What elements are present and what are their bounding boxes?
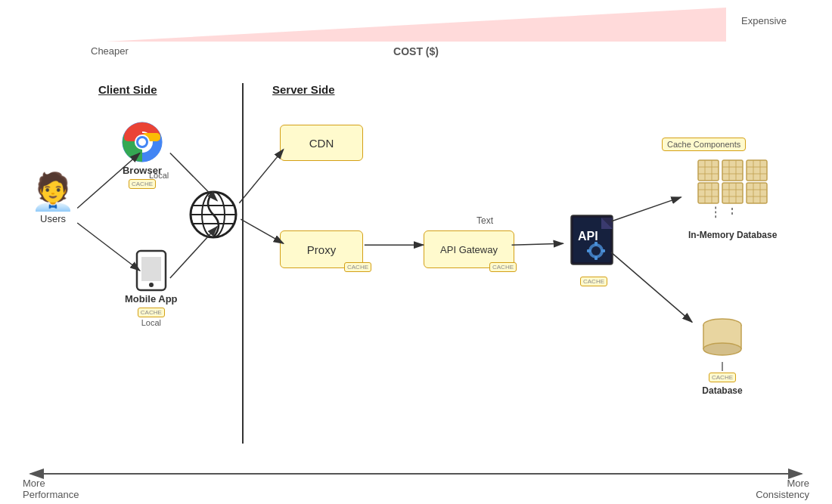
cdn-box: CDN	[280, 125, 363, 161]
browser-local-label: Local	[149, 171, 169, 180]
svg-marker-0	[106, 8, 726, 42]
users-label: Users	[40, 213, 66, 224]
svg-rect-29	[747, 160, 767, 181]
svg-line-75	[611, 252, 692, 322]
users-group: 🧑‍💼 Users	[30, 174, 76, 224]
svg-rect-23	[595, 242, 598, 246]
svg-rect-32	[747, 183, 767, 203]
users-icon: 🧑‍💼	[30, 174, 76, 210]
svg-point-10	[149, 283, 154, 287]
inmemory-db-label: In-Memory Database	[688, 230, 777, 240]
database-icon	[700, 317, 745, 359]
server-side-header: Server Side	[272, 83, 335, 96]
cache-components-box: Cache Components	[662, 138, 746, 151]
svg-rect-30	[698, 183, 719, 203]
database-label: Database	[702, 385, 742, 396]
client-server-divider	[242, 83, 244, 444]
text-label: Text	[477, 215, 493, 226]
mobile-local-label: Local	[141, 318, 161, 327]
cost-label: COST ($)	[393, 45, 439, 57]
client-side-header: Client Side	[98, 83, 157, 96]
svg-rect-25	[587, 249, 591, 252]
svg-rect-9	[141, 257, 161, 281]
cost-banner: Cheaper COST ($) Expensive	[45, 8, 787, 49]
svg-line-71	[241, 219, 283, 243]
browser-local-group: Local	[149, 170, 169, 180]
bottom-arrow-svg	[23, 451, 809, 496]
svg-point-62	[703, 343, 741, 355]
svg-rect-31	[722, 183, 743, 203]
api-cache-badge: CACHE	[580, 277, 607, 286]
bottom-bar: MorePerformance MoreConsistency	[23, 451, 809, 496]
cache-components-label: Cache Components	[667, 140, 740, 149]
api-gateway-cache-badge: CACHE	[489, 262, 517, 272]
svg-line-74	[611, 197, 681, 221]
svg-rect-26	[601, 249, 605, 252]
mobile-group: Mobile App CACHE Local	[125, 249, 178, 327]
expensive-label: Expensive	[741, 15, 787, 26]
svg-rect-28	[722, 160, 743, 181]
mobile-icon	[135, 249, 167, 292]
api-gateway-label: API Gateway	[440, 244, 498, 255]
main-diagram: Client Side Server Side 🧑‍💼 Users	[23, 83, 809, 444]
cdn-label: CDN	[309, 137, 334, 150]
api-group: API CACHE	[567, 212, 620, 286]
svg-line-70	[239, 150, 283, 203]
api-icon: API	[567, 212, 620, 272]
svg-point-7	[138, 138, 146, 146]
browser-cache-badge: CACHE	[129, 179, 156, 189]
svg-rect-27	[698, 160, 719, 181]
performance-label: MorePerformance	[23, 478, 79, 500]
proxy-cache-badge: CACHE	[344, 262, 371, 272]
svg-line-73	[512, 243, 563, 245]
globe-icon	[188, 189, 239, 240]
database-group: CACHE Database	[700, 317, 745, 396]
db-cache-badge: CACHE	[709, 373, 736, 382]
mobile-app-label: Mobile App	[125, 293, 178, 305]
consistency-label: MoreConsistency	[756, 478, 809, 500]
proxy-cache-group: CACHE	[344, 262, 371, 272]
mobile-cache-badge: CACHE	[138, 308, 165, 317]
svg-point-22	[591, 246, 601, 255]
globe-group	[188, 189, 239, 243]
inmemory-db-icon	[697, 159, 768, 227]
inmemory-db-group: In-Memory Database	[688, 159, 777, 240]
proxy-label: Proxy	[307, 243, 336, 256]
browser-icon	[121, 121, 163, 163]
cheaper-label: Cheaper	[91, 45, 129, 57]
cost-triangle	[106, 8, 726, 42]
svg-text:API: API	[578, 230, 598, 243]
svg-rect-24	[595, 256, 598, 260]
api-gateway-cache-group: CACHE	[489, 262, 517, 272]
